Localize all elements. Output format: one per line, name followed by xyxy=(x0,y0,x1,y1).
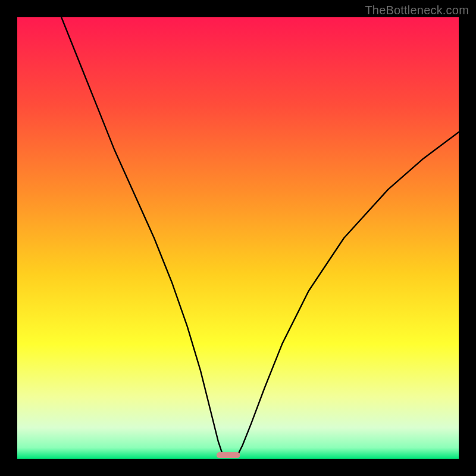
watermark-text: TheBottleneck.com xyxy=(365,4,469,17)
bottleneck-curve-chart xyxy=(17,17,459,459)
gradient-background xyxy=(17,17,459,459)
plot-area xyxy=(17,17,459,459)
chart-frame: TheBottleneck.com xyxy=(0,0,476,476)
